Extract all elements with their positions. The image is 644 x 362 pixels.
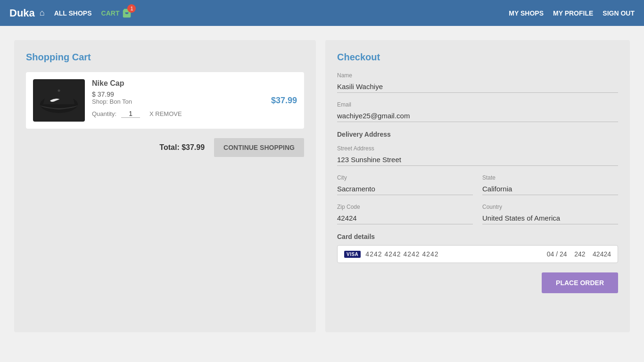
zip-country-row: Zip Code Country xyxy=(337,204,618,233)
visa-badge: VISA xyxy=(344,251,361,258)
state-label: State xyxy=(482,174,618,181)
delivery-address-title: Delivery Address xyxy=(337,131,618,138)
nike-cap-image xyxy=(35,82,83,119)
card-details-label: Card details xyxy=(337,233,618,240)
zip-code-input[interactable] xyxy=(337,212,473,224)
card-input-wrapper[interactable]: VISA 4242 4242 4242 4242 04 / 24 242 424… xyxy=(337,245,618,263)
place-order-button[interactable]: PLACE ORDER xyxy=(542,272,618,293)
quantity-input[interactable] xyxy=(121,110,140,118)
country-field-group: Country xyxy=(482,204,618,224)
navbar-links: ALL SHOPS CART 1 xyxy=(54,8,132,18)
sign-out-link[interactable]: SIGN OUT xyxy=(603,9,635,17)
cart-total: Total: $37.99 xyxy=(159,143,205,152)
email-input[interactable] xyxy=(337,110,618,122)
email-field-group: Email xyxy=(337,101,618,122)
name-label: Name xyxy=(337,72,618,79)
checkout-panel: Checkout Name Email Delivery Address Str… xyxy=(325,40,630,332)
svg-point-0 xyxy=(125,16,126,16)
product-name: Nike Cap xyxy=(92,79,264,88)
city-field-group: City xyxy=(337,174,473,195)
quantity-label: Quantity: xyxy=(92,110,116,117)
name-field-group: Name xyxy=(337,72,618,93)
product-shop: Shop: Bon Ton xyxy=(92,98,264,105)
street-address-field-group: Street Address xyxy=(337,145,618,166)
product-total-price: $37.99 xyxy=(271,96,297,106)
cart-badge: 1 xyxy=(127,4,136,13)
remove-button[interactable]: X REMOVE xyxy=(149,110,182,117)
cart-link[interactable]: CART xyxy=(101,9,120,17)
svg-point-1 xyxy=(128,16,129,16)
cart-wrapper[interactable]: CART 1 xyxy=(101,8,132,18)
all-shops-link[interactable]: ALL SHOPS xyxy=(54,9,92,17)
product-price: $ 37.99 xyxy=(92,90,264,98)
product-image xyxy=(33,79,85,122)
main-content: Shopping Cart xyxy=(0,26,644,346)
product-info: Nike Cap $ 37.99 Shop: Bon Ton Quantity:… xyxy=(92,79,264,118)
street-address-label: Street Address xyxy=(337,145,618,152)
cart-title: Shopping Cart xyxy=(26,52,304,63)
shopping-cart-panel: Shopping Cart xyxy=(14,40,316,332)
country-input[interactable] xyxy=(482,212,618,224)
checkout-title: Checkout xyxy=(337,52,618,63)
zip-code-field-group: Zip Code xyxy=(337,204,473,224)
email-label: Email xyxy=(337,101,618,108)
continue-shopping-button[interactable]: CONTINUE SHOPPING xyxy=(214,138,304,157)
my-shops-link[interactable]: MY SHOPS xyxy=(509,9,544,17)
navbar: Duka ⌂ ALL SHOPS CART 1 MY SHOPS MY PROF… xyxy=(0,0,644,26)
street-address-input[interactable] xyxy=(337,154,618,166)
cart-item-card: Nike Cap $ 37.99 Shop: Bon Ton Quantity:… xyxy=(26,72,304,129)
card-number-display: 4242 4242 4242 4242 xyxy=(365,250,438,258)
state-field-group: State xyxy=(482,174,618,195)
home-icon[interactable]: ⌂ xyxy=(40,8,45,18)
my-profile-link[interactable]: MY PROFILE xyxy=(553,9,593,17)
zip-code-label: Zip Code xyxy=(337,204,473,210)
state-input[interactable] xyxy=(482,183,618,195)
city-state-row: City State xyxy=(337,174,618,204)
navbar-right: MY SHOPS MY PROFILE SIGN OUT xyxy=(509,9,635,17)
country-label: Country xyxy=(482,204,618,210)
brand-logo: Duka xyxy=(9,7,35,19)
card-expiry-display: 04 / 24 242 42424 xyxy=(547,250,611,258)
product-quantity-row: Quantity: X REMOVE xyxy=(92,110,264,118)
cart-footer: Total: $37.99 CONTINUE SHOPPING xyxy=(26,138,304,157)
city-input[interactable] xyxy=(337,183,473,195)
name-input[interactable] xyxy=(337,81,618,93)
city-label: City xyxy=(337,174,473,181)
